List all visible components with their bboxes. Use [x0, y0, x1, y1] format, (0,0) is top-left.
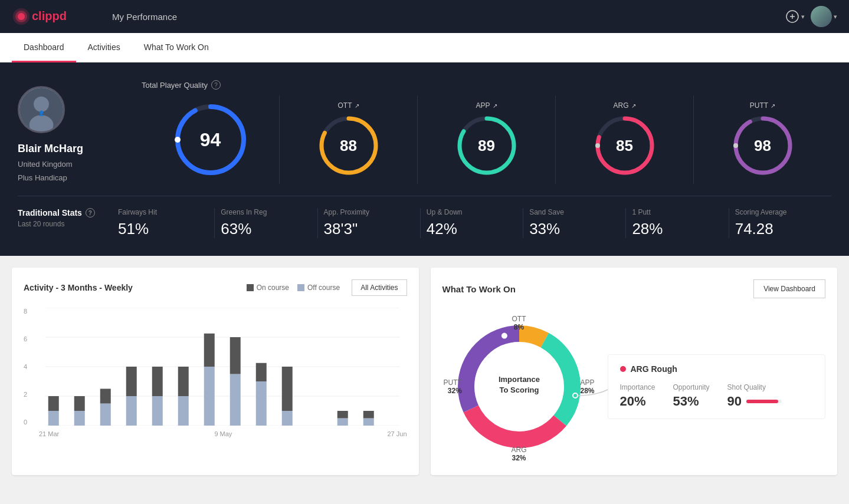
what-to-work-on-panel: What To Work On View Dashboard: [431, 268, 838, 475]
activity-title: Activity - 3 Months - Weekly: [24, 283, 133, 292]
info-card-title: ARG Rough: [631, 364, 677, 374]
arg-trend-icon: ↗: [631, 103, 636, 109]
trad-label: Traditional Stats ? Last 20 rounds: [18, 208, 100, 228]
tab-dashboard[interactable]: Dashboard: [12, 33, 76, 62]
wtwo-header: What To Work On View Dashboard: [442, 279, 826, 298]
main-score-value: 94: [200, 129, 221, 151]
stat-sandsave: Sand Save 33%: [523, 208, 625, 238]
trad-subtitle: Last 20 rounds: [18, 220, 100, 228]
user-menu[interactable]: ▾: [811, 6, 837, 27]
app-circle: 89: [454, 113, 519, 178]
svg-rect-37: [152, 396, 163, 426]
player-country: United Kingdom: [18, 160, 73, 169]
app-value: 89: [478, 137, 495, 155]
activity-header: Activity - 3 Months - Weekly On course O…: [24, 279, 407, 296]
svg-rect-36: [126, 367, 137, 396]
player-handicap: Plus Handicap: [18, 173, 67, 182]
putt-donut-label: PUTT 32%: [444, 378, 462, 395]
arg-label: ARG ↗: [613, 101, 635, 110]
ott-circle: 88: [316, 113, 381, 178]
main-score: 94: [142, 95, 279, 184]
player-avatar: 👤: [18, 86, 65, 133]
legend-on-course-dot: [247, 284, 254, 291]
svg-point-13: [175, 137, 181, 143]
app-score: APP ↗ 89: [417, 95, 555, 184]
x-axis-labels: 21 Mar 9 May 27 Jun: [39, 428, 407, 437]
chart-svg: [39, 308, 407, 426]
svg-rect-30: [48, 396, 59, 411]
shot-quality-bar-fill: [746, 400, 778, 403]
svg-rect-43: [230, 374, 241, 426]
shot-quality-stat: Shot Quality 90: [727, 383, 782, 409]
stat-proximity: App. Proximity 38'3": [317, 208, 420, 238]
y-label-8: 8: [24, 308, 34, 315]
svg-rect-48: [282, 367, 293, 411]
putt-circle: 98: [730, 113, 795, 178]
total-quality-help[interactable]: ?: [211, 80, 221, 90]
tab-activities[interactable]: Activities: [76, 33, 132, 62]
svg-point-62: [573, 393, 578, 398]
svg-rect-35: [126, 396, 137, 426]
view-dashboard-button[interactable]: View Dashboard: [753, 279, 825, 298]
svg-rect-32: [74, 396, 85, 411]
putt-score: PUTT ↗ 98: [693, 95, 831, 184]
tab-what-to-work-on[interactable]: What To Work On: [132, 33, 221, 62]
stat-fairways: Fairways Hit 51%: [112, 208, 214, 238]
connector-line: [572, 378, 614, 413]
svg-rect-50: [337, 411, 348, 419]
svg-rect-34: [100, 389, 111, 404]
stat-greens: Greens In Reg 63%: [214, 208, 317, 238]
ott-score: OTT ↗ 88: [279, 95, 417, 184]
svg-rect-46: [256, 363, 267, 381]
info-card: ARG Rough Importance 20% Opportunity 53%…: [608, 354, 826, 419]
svg-text:Importance: Importance: [498, 375, 539, 384]
legend-off-course: Off course: [297, 284, 340, 292]
svg-rect-31: [74, 411, 85, 426]
page-title: My Performance: [112, 12, 177, 22]
svg-text:To Scoring: To Scoring: [499, 386, 539, 394]
ott-label: OTT ↗: [338, 101, 359, 110]
svg-rect-41: [204, 367, 215, 426]
y-label-4: 4: [24, 363, 34, 370]
bottom-panels: Activity - 3 Months - Weekly On course O…: [0, 256, 849, 487]
add-button[interactable]: ▾: [785, 9, 805, 24]
avatar: [811, 6, 832, 27]
trad-help[interactable]: ?: [86, 208, 95, 218]
importance-stat: Importance 20%: [620, 383, 655, 409]
app-trend-icon: ↗: [493, 103, 497, 109]
wtwo-content: Importance To Scoring OTT 8% APP 28% ARG: [442, 310, 826, 463]
scores-area: Total Player Quality ? 94: [142, 80, 831, 184]
svg-point-8: [34, 97, 49, 112]
svg-rect-38: [152, 367, 163, 396]
info-card-stats: Importance 20% Opportunity 53% Shot Qual…: [620, 383, 814, 409]
y-label-6: 6: [24, 335, 34, 342]
trad-stats-row: Fairways Hit 51% Greens In Reg 63% App. …: [112, 208, 831, 238]
header-actions: ▾ ▾: [785, 6, 837, 27]
svg-rect-52: [363, 411, 374, 419]
ott-donut-label: OTT 8%: [512, 315, 526, 331]
putt-value: 98: [754, 137, 771, 155]
user-chevron: ▾: [834, 13, 837, 21]
svg-text:clippd: clippd: [32, 9, 67, 22]
legend-on-course: On course: [247, 284, 289, 292]
svg-rect-29: [48, 411, 59, 426]
stat-oneputt: 1 Putt 28%: [625, 208, 728, 238]
wtwo-info-area: ARG Rough Importance 20% Opportunity 53%…: [608, 354, 826, 419]
all-activities-button[interactable]: All Activities: [352, 279, 407, 296]
app-label: APP ↗: [476, 101, 497, 110]
x-label-mar: 21 Mar: [39, 430, 59, 437]
x-label-jun: 27 Jun: [387, 430, 407, 437]
add-chevron: ▾: [801, 13, 805, 21]
legend-off-course-dot: [297, 284, 304, 291]
main-score-circle: 94: [172, 101, 249, 178]
player-name: Blair McHarg: [18, 143, 83, 155]
shot-quality-row: 90: [727, 394, 782, 409]
svg-rect-44: [230, 337, 241, 374]
svg-rect-39: [178, 396, 189, 426]
logo: clippd: [12, 7, 77, 26]
wtwo-title: What To Work On: [442, 284, 516, 294]
svg-rect-45: [256, 381, 267, 426]
chart-legend: On course Off course: [247, 284, 340, 292]
arg-circle: 85: [592, 113, 657, 178]
activity-panel: Activity - 3 Months - Weekly On course O…: [12, 268, 419, 475]
